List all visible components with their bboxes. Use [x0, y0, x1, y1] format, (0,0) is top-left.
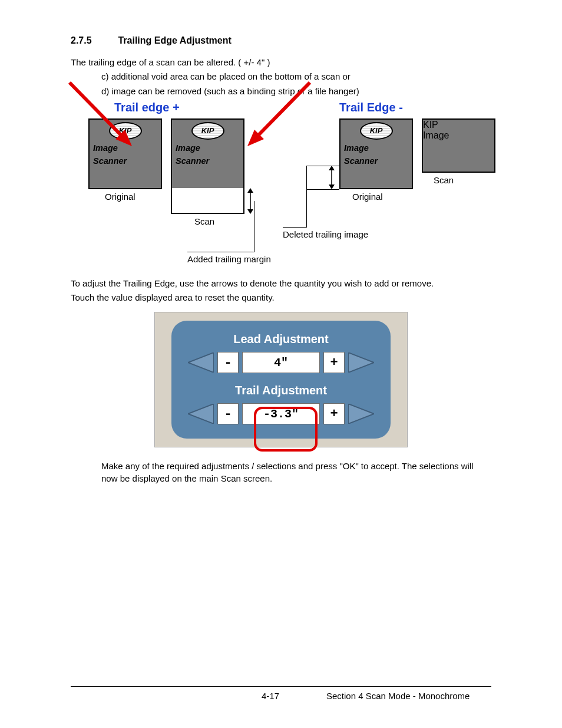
- svg-marker-9: [348, 404, 374, 424]
- added-margin-arrow-icon: [246, 188, 254, 214]
- callout-line: [254, 201, 254, 252]
- adjustment-panel: Lead Adjustment - 4" + Trail Adjustment …: [171, 321, 391, 439]
- instruction-paragraph-1: To adjust the Trailing Edge, use the arr…: [71, 278, 491, 289]
- closing-paragraph: Make any of the required adjustments / s…: [71, 460, 491, 485]
- svg-line-10: [70, 83, 125, 139]
- label-scan-right: Scan: [434, 175, 454, 185]
- trail-plus-button[interactable]: +: [323, 403, 345, 424]
- lead-minus-button[interactable]: -: [217, 352, 239, 373]
- trail-minus-button[interactable]: -: [217, 403, 239, 424]
- section-heading: 2.7.5 Trailing Edge Adjustment: [71, 35, 491, 46]
- trail-adjustment-title: Trail Adjustment: [171, 384, 391, 397]
- section-number: 2.7.5: [71, 35, 115, 46]
- pane-right-scan: KIP Image: [422, 118, 495, 173]
- svg-marker-4: [329, 166, 335, 170]
- trail-decrease-arrow-icon[interactable]: [188, 404, 214, 424]
- svg-marker-5: [329, 185, 335, 189]
- svg-marker-1: [247, 188, 253, 193]
- pane-text-scanner: Scanner: [344, 156, 412, 166]
- lead-adjustment-row: - 4" +: [171, 352, 391, 373]
- deleted-image-arrow-icon: [328, 166, 336, 189]
- svg-marker-2: [247, 209, 253, 214]
- annotation-arrow-left-icon: [67, 80, 144, 157]
- label-scan-left: Scan: [194, 216, 214, 226]
- adjustment-panel-frame: Lead Adjustment - 4" + Trail Adjustment …: [154, 312, 408, 447]
- pane-text-scanner: Scanner: [176, 156, 243, 166]
- annotation-arrow-right-icon: [236, 80, 312, 157]
- diagram-header-right: Trail Edge -: [339, 101, 403, 114]
- label-added-margin: Added trailing margin: [187, 254, 271, 264]
- lead-increase-arrow-icon[interactable]: [348, 353, 374, 373]
- callout-line: [187, 252, 254, 252]
- footer-section: Section 4 Scan Mode - Monochrome: [326, 691, 470, 701]
- label-deleted-image: Deleted trailing image: [283, 229, 368, 239]
- added-margin-box: [171, 188, 244, 214]
- callout-line: [306, 166, 307, 227]
- pane-left-scan: KIP Image Scanner: [171, 118, 244, 189]
- lead-value-display[interactable]: 4": [242, 352, 320, 373]
- svg-line-12: [254, 83, 310, 139]
- lead-adjustment-title: Lead Adjustment: [171, 332, 391, 346]
- instruction-paragraph-2: Touch the value displayed area to reset …: [71, 292, 491, 304]
- pane-text-scanner: Scanner: [93, 156, 161, 166]
- pane-text-image: Image: [176, 143, 243, 153]
- trail-increase-arrow-icon[interactable]: [348, 404, 374, 424]
- svg-marker-7: [348, 353, 374, 373]
- callout-line: [306, 166, 339, 166]
- pane-text-image: Image: [344, 143, 412, 153]
- callout-line: [283, 227, 307, 228]
- kip-logo-icon: KIP: [423, 120, 494, 130]
- pane-right-original: KIP Image Scanner: [339, 118, 413, 189]
- kip-logo-icon: KIP: [360, 122, 393, 140]
- kip-logo-icon: KIP: [191, 122, 224, 140]
- label-original-left: Original: [105, 192, 135, 202]
- pane-text-image: Image: [423, 130, 494, 141]
- svg-marker-6: [188, 353, 214, 373]
- section-title: Trailing Edge Adjustment: [118, 35, 231, 45]
- lead-plus-button[interactable]: +: [323, 352, 345, 373]
- footer-rule: [71, 686, 491, 687]
- label-original-right: Original: [352, 192, 383, 202]
- footer-page-number: 4-17: [262, 691, 279, 701]
- lead-decrease-arrow-icon[interactable]: [188, 353, 214, 373]
- intro-paragraph: The trailing edge of a scan can be alter…: [71, 57, 491, 68]
- callout-line: [306, 189, 339, 190]
- svg-marker-8: [188, 404, 214, 424]
- trail-value-highlight: [254, 407, 318, 452]
